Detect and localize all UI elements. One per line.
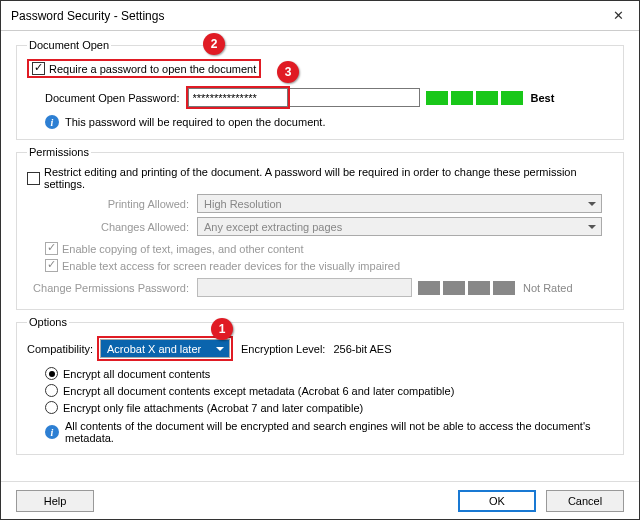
- restrict-editing-checkbox[interactable]: [27, 172, 40, 185]
- doc-open-password-input[interactable]: [188, 88, 288, 107]
- options-group: Options Compatibility: Acrobat X and lat…: [16, 316, 624, 455]
- document-open-group: Document Open Require a password to open…: [16, 39, 624, 140]
- change-perm-password-label: Change Permissions Password:: [27, 282, 197, 294]
- options-legend: Options: [27, 316, 69, 328]
- window-title: Password Security - Settings: [11, 9, 597, 23]
- encrypt-all-label: Encrypt all document contents: [63, 368, 210, 380]
- close-button[interactable]: ✕: [597, 1, 639, 31]
- doc-open-strength-label: Best: [531, 92, 555, 104]
- annotation-badge-1: 1: [211, 318, 233, 340]
- options-info-text: All contents of the document will be enc…: [65, 420, 613, 444]
- enable-access-checkbox: [45, 259, 58, 272]
- document-open-legend: Document Open: [27, 39, 111, 51]
- annotation-badge-3: 3: [277, 61, 299, 83]
- titlebar: Password Security - Settings ✕: [1, 1, 639, 31]
- compatibility-label: Compatibility:: [27, 343, 93, 355]
- permissions-group: Permissions Restrict editing and printin…: [16, 146, 624, 310]
- permissions-legend: Permissions: [27, 146, 91, 158]
- doc-open-info-text: This password will be required to open t…: [65, 116, 325, 128]
- encryption-level-value: 256-bit AES: [333, 343, 391, 355]
- printing-allowed-value: High Resolution: [204, 198, 282, 210]
- encrypt-except-meta-radio[interactable]: [45, 384, 58, 397]
- encrypt-attachments-radio[interactable]: [45, 401, 58, 414]
- info-icon: i: [45, 425, 59, 439]
- require-password-label: Require a password to open the document: [49, 63, 256, 75]
- encrypt-attachments-label: Encrypt only file attachments (Acrobat 7…: [63, 402, 363, 414]
- changes-allowed-value: Any except extracting pages: [204, 221, 342, 233]
- perm-strength-label: Not Rated: [523, 282, 573, 294]
- enable-copy-checkbox: [45, 242, 58, 255]
- dialog-footer: Help OK Cancel: [1, 481, 639, 519]
- require-password-checkbox[interactable]: [32, 62, 45, 75]
- encrypt-all-radio[interactable]: [45, 367, 58, 380]
- encrypt-except-meta-label: Encrypt all document contents except met…: [63, 385, 454, 397]
- cancel-button[interactable]: Cancel: [546, 490, 624, 512]
- perm-strength-meter: [418, 281, 515, 295]
- info-icon: i: [45, 115, 59, 129]
- restrict-editing-label: Restrict editing and printing of the doc…: [44, 166, 613, 190]
- encryption-level-label: Encryption Level:: [241, 343, 325, 355]
- compatibility-dropdown[interactable]: Acrobat X and later: [100, 339, 230, 358]
- doc-open-password-input-ext[interactable]: [290, 88, 420, 107]
- printing-allowed-label: Printing Allowed:: [27, 198, 197, 210]
- help-button[interactable]: Help: [16, 490, 94, 512]
- doc-open-strength-meter: [426, 91, 523, 105]
- change-perm-password-input: [197, 278, 412, 297]
- annotation-badge-2: 2: [203, 33, 225, 55]
- ok-button[interactable]: OK: [458, 490, 536, 512]
- changes-allowed-label: Changes Allowed:: [27, 221, 197, 233]
- printing-allowed-dropdown: High Resolution: [197, 194, 602, 213]
- compatibility-value: Acrobat X and later: [107, 343, 201, 355]
- changes-allowed-dropdown: Any except extracting pages: [197, 217, 602, 236]
- doc-open-password-label: Document Open Password:: [45, 92, 180, 104]
- enable-access-label: Enable text access for screen reader dev…: [62, 260, 400, 272]
- enable-copy-label: Enable copying of text, images, and othe…: [62, 243, 304, 255]
